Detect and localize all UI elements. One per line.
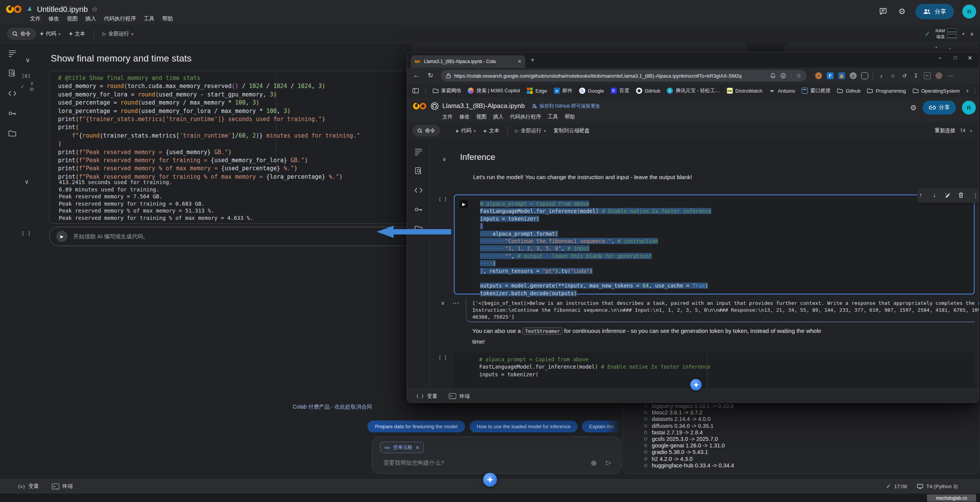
- colab-paid-products-link[interactable]: Colab 付费产品 - 在此处取消合同: [215, 404, 450, 411]
- code-cell[interactable]: # alpaca_prompt = Copied from aboveFastL…: [454, 352, 975, 389]
- output-collapse-icon[interactable]: ∨: [441, 300, 445, 306]
- colab-sidebar-key-icon[interactable]: [414, 204, 424, 214]
- save-to-github-link[interactable]: 保存到 GitHub 即可保留更改: [532, 103, 600, 110]
- colab-menu-0[interactable]: 文件: [442, 113, 453, 120]
- bookmark-window-sway[interactable]: 窗口摇摆: [802, 87, 831, 94]
- colab-menu-3[interactable]: 插入: [493, 113, 503, 120]
- terminal-button[interactable]: >_终端: [52, 483, 73, 490]
- section-collapse-icon[interactable]: ∨: [25, 56, 30, 64]
- collapse-header-icon[interactable]: ∧: [970, 31, 974, 37]
- bookmark-arduino[interactable]: ∞Arduino: [769, 88, 795, 94]
- add-code-button[interactable]: + 代码 ▾: [40, 30, 60, 37]
- notebook-title[interactable]: Llama3.1_(8B)-Alpaca.ipynb: [442, 102, 525, 110]
- colab-logo[interactable]: [412, 101, 427, 111]
- history-icon[interactable]: ↺: [901, 72, 908, 79]
- selected-code-cell[interactable]: ▶ # alpaca_prompt = Copied from aboveFas…: [454, 194, 975, 294]
- share-button[interactable]: 分享: [915, 4, 954, 19]
- url-text[interactable]: https://colab.research.google.com/github…: [454, 73, 767, 79]
- bookmark-distrowatch[interactable]: DWDistroWatch: [727, 88, 762, 94]
- send-icon[interactable]: ▷: [606, 459, 611, 467]
- terminal-button[interactable]: >_终端: [449, 393, 470, 400]
- move-up-icon[interactable]: ↑: [917, 192, 924, 199]
- main-menu-3[interactable]: 插入: [85, 15, 96, 25]
- bookmarks-overflow-icon[interactable]: ›: [966, 87, 968, 94]
- bookmark-tencent-yuanbao[interactable]: S腾讯元宝 - 轻松工…: [667, 87, 720, 94]
- section-collapse-icon[interactable]: ∨: [442, 156, 446, 162]
- add-circle-icon[interactable]: ⊕: [591, 459, 597, 467]
- add-text-button[interactable]: + 文本: [69, 30, 85, 37]
- colab-logo[interactable]: [5, 3, 22, 15]
- main-menu-4[interactable]: 代码执行程序: [104, 15, 136, 25]
- new-tab-icon[interactable]: +: [531, 56, 535, 64]
- user-avatar[interactable]: n: [962, 5, 976, 18]
- command-palette-button[interactable]: 命令: [412, 125, 440, 136]
- code-editor[interactable]: # alpaca_prompt = Copied from aboveFastL…: [480, 200, 711, 297]
- gemini-sparkle-button[interactable]: [690, 379, 702, 391]
- tab-close-icon[interactable]: ✕: [518, 59, 522, 64]
- variables-button[interactable]: { }变量: [416, 393, 437, 400]
- chevron-down-icon[interactable]: ▾: [970, 129, 972, 133]
- star-icon[interactable]: ☆: [91, 5, 98, 13]
- main-menu-2[interactable]: 视图: [67, 15, 78, 25]
- bookmark-github-folder[interactable]: Github: [837, 88, 860, 94]
- address-bar[interactable]: https://colab.research.google.com/github…: [441, 70, 807, 81]
- browser-tab[interactable]: Llama3.1_(8B)-Alpaca.ipynb - Cola ✕: [411, 55, 525, 68]
- output-collapse-icon[interactable]: ∨: [25, 178, 29, 185]
- extensions-puzzle-icon[interactable]: [861, 72, 868, 79]
- reader-icon[interactable]: [781, 73, 786, 78]
- more-options-icon[interactable]: ⋯: [947, 72, 954, 79]
- delete-cell-icon[interactable]: [958, 192, 965, 198]
- chevron-down-icon[interactable]: ▾: [962, 31, 965, 37]
- add-code-button[interactable]: + 代码 ▾: [455, 127, 476, 134]
- bookmark-programming-folder[interactable]: Programming: [867, 88, 906, 94]
- runtime-type[interactable]: T4 (Python 3): [917, 484, 958, 489]
- settings-gear-icon[interactable]: ⚙: [897, 7, 907, 17]
- bookmark-google[interactable]: GGoogle: [579, 88, 604, 94]
- browser-window[interactable]: Llama3.1_(8B)-Alpaca.ipynb - Cola ✕ + − …: [407, 52, 979, 403]
- colab-sidebar-toc-icon[interactable]: [414, 147, 424, 157]
- more-vert-icon[interactable]: ⋮: [972, 192, 979, 199]
- bookmark-os-folder[interactable]: OperatingSystem: [912, 88, 960, 94]
- globe-extension-icon[interactable]: ◍: [850, 72, 857, 79]
- bookmark-github[interactable]: GitHub: [636, 88, 660, 94]
- resource-monitor[interactable]: RAM 磁盘: [935, 28, 957, 40]
- bookmark-outlook-mail[interactable]: o邮件: [554, 87, 573, 94]
- window-maximize-icon[interactable]: □: [950, 55, 961, 60]
- share-button[interactable]: 分享: [923, 101, 956, 115]
- colab-menu-5[interactable]: 工具: [548, 113, 558, 120]
- colab-sidebar-code-icon[interactable]: [414, 185, 424, 195]
- output-options-icon[interactable]: ⋯: [452, 299, 459, 307]
- cell-exec-count[interactable]: [8]: [22, 73, 30, 79]
- variables-button[interactable]: {x}变量: [18, 483, 39, 490]
- code-editor[interactable]: # alpaca_prompt = Copied from aboveFastL…: [479, 356, 711, 378]
- sidebar-toc-icon[interactable]: [7, 48, 17, 58]
- colab-menu-2[interactable]: 视图: [476, 113, 487, 120]
- edit-with-ai-icon[interactable]: [945, 192, 952, 199]
- bell-icon[interactable]: [770, 73, 776, 78]
- main-menu-5[interactable]: 工具: [144, 15, 154, 25]
- bookmark-edge[interactable]: Edge: [527, 88, 547, 94]
- run-all-button[interactable]: ▷ 全部运行 ▾: [103, 30, 133, 37]
- main-menu-1[interactable]: 修改: [48, 15, 59, 25]
- code-editor[interactable]: # @title Show final memory and time stat…: [58, 74, 360, 181]
- window-minimize-icon[interactable]: −: [934, 55, 946, 61]
- move-down-icon[interactable]: ↓: [931, 192, 938, 199]
- bookmark-m365-copilot[interactable]: 搜索 | M365 Copilot: [468, 87, 520, 94]
- run-cell-button[interactable]: ▶: [458, 198, 470, 210]
- user-avatar[interactable]: n: [962, 101, 976, 115]
- media-control-icon[interactable]: ♪: [878, 72, 885, 79]
- ai-chat-input[interactable]: <> 空单元格 ✕ 需要我帮助您构建什么? ⊕ ▷: [372, 437, 621, 474]
- download-icon[interactable]: ↧: [912, 72, 919, 79]
- copy-to-drive-button[interactable]: 复制到云端硬盘: [553, 127, 590, 134]
- sidebar-folder-icon[interactable]: [7, 128, 17, 138]
- colab-menu-6[interactable]: 帮助: [565, 113, 575, 120]
- cookie-extension-icon[interactable]: ●: [815, 72, 822, 79]
- close-icon[interactable]: ✕: [415, 445, 420, 450]
- web-capture-icon[interactable]: ✂: [924, 72, 931, 79]
- add-text-button[interactable]: + 文本: [483, 127, 500, 134]
- colab-menu-1[interactable]: 修改: [459, 113, 470, 120]
- cell-context-chip[interactable]: <> 空单元格 ✕: [380, 442, 424, 453]
- collections-icon[interactable]: ☆: [889, 72, 896, 79]
- main-menu-0[interactable]: 文件: [30, 15, 41, 25]
- bookmark-baidu[interactable]: 百百度: [611, 87, 630, 94]
